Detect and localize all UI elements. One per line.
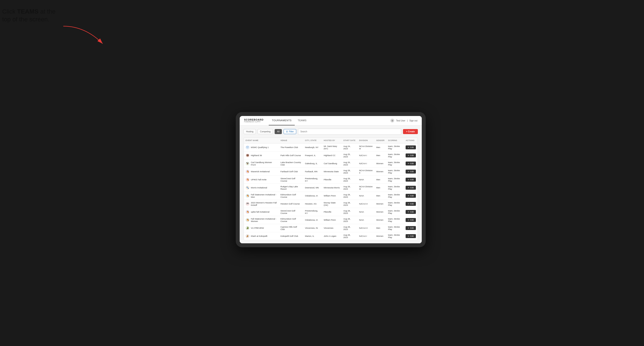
edit-button[interactable]: ✏ Edit xyxy=(406,194,416,198)
date-cell: Aug 28, 2023 xyxy=(342,183,357,192)
table-header-row: EVENT NAME VENUE CITY, STATE HOSTED BY S… xyxy=(244,138,418,144)
team-icon: 🐻 xyxy=(246,154,250,158)
scoring-cell: team, Stroke Play xyxy=(386,168,404,175)
division-cell: NJCAA I xyxy=(357,232,374,240)
hosted-by-cell: Minnesota State xyxy=(322,168,342,175)
team-icon: 🐴 xyxy=(246,210,250,214)
edit-button[interactable]: ✏ Edit xyxy=(406,202,416,206)
scoring-cell: team, Stroke Play xyxy=(386,232,404,240)
event-name-cell: 🐴 Maverick Invitational xyxy=(244,168,279,175)
date-cell: Aug 28, 2023 xyxy=(342,208,357,216)
user-name: Test User xyxy=(396,120,405,122)
edit-button[interactable]: ✏ Edit xyxy=(406,210,416,214)
nav-right: ⚙ Test User | Sign out xyxy=(390,119,418,123)
col-actions: ACTIONS xyxy=(404,138,418,144)
division-cell: NJCAA II xyxy=(357,224,374,232)
edit-button[interactable]: ✏ Edit xyxy=(406,162,416,166)
logo: SCOREBOARD Powered by Clippit xyxy=(244,118,264,123)
sign-out-link[interactable]: Sign out xyxy=(409,120,418,122)
event-name: Maverick Invitational xyxy=(251,170,270,173)
settings-icon[interactable]: ⚙ xyxy=(390,119,394,123)
gender-cell: Men xyxy=(374,192,386,200)
date-cell: Aug 28, 2023 xyxy=(342,216,357,224)
city-cell: Prestonsburg, KY xyxy=(303,175,322,183)
filter-icon: ☰ xyxy=(286,130,288,133)
table-row: 🐊 VU PREVIEW Cypress Hills Golf Club Vin… xyxy=(244,224,418,232)
scoring-cell: team, Stroke Play xyxy=(386,216,404,224)
actions-cell: ✏ Edit xyxy=(404,159,418,168)
nav-link-tournaments[interactable]: TOURNAMENTS xyxy=(269,116,294,126)
event-name-cell: 🐻 Highland 36 xyxy=(244,151,279,159)
gender-cell: Women xyxy=(374,168,386,175)
table-row: 🦅 Carl Sandburg Women FA23 Lake Bracken … xyxy=(244,159,418,168)
col-gender: GENDER xyxy=(374,138,386,144)
event-name-cell: 🦅 Carl Sandburg Women FA23 xyxy=(244,159,279,168)
team-icon: 🐴 xyxy=(246,178,250,181)
event-name-cell: 🐴 UPIKE Fall Invite xyxy=(244,175,279,183)
event-name-cell: 🪘 Klash at Kokopelli xyxy=(244,232,279,240)
filter-btn[interactable]: ☰ Filter xyxy=(284,129,296,134)
date-cell: Aug 24, 2023 xyxy=(342,143,357,151)
division-cell: NCAA Division II xyxy=(357,168,374,175)
scoring-cell: team, Stroke Play xyxy=(386,183,404,192)
col-division: DIVISION xyxy=(357,138,374,144)
event-name: Morris Invitational xyxy=(251,186,267,189)
team-icon: 🦅 xyxy=(246,162,250,166)
event-name: Fall Statesmen Invitational - Men xyxy=(251,193,277,198)
event-name: upike fall invitational xyxy=(251,211,270,213)
city-cell: Newburgh, NY xyxy=(303,143,322,151)
edit-icon: ✏ xyxy=(408,187,410,189)
hosting-filter-btn[interactable]: Hosting xyxy=(244,129,256,134)
city-cell: Marion, IL xyxy=(303,232,322,240)
team-icon: 🐾 xyxy=(246,186,250,190)
edit-button[interactable]: ✏ Edit xyxy=(406,226,416,230)
division-cell: NJCAA II xyxy=(357,200,374,208)
gender-cell: Women xyxy=(374,216,386,224)
hosted-by-cell: Vincennes xyxy=(322,224,342,232)
division-cell: NCAA Division III xyxy=(357,143,374,151)
date-cell: Aug 28, 2023 xyxy=(342,168,357,175)
date-cell: Aug 25, 2023 xyxy=(342,151,357,159)
edit-button[interactable]: ✏ Edit xyxy=(406,178,416,181)
division-cell: NAIA xyxy=(357,208,374,216)
col-scoring: SCORING xyxy=(386,138,404,144)
venue-cell: Kokopelli Golf Club xyxy=(279,232,303,240)
venue-cell: Lake Bracken Country Club xyxy=(279,159,303,168)
city-cell: Galesburg, IL xyxy=(303,159,322,168)
event-name: Highland 36 xyxy=(251,154,262,157)
table-row: 🪘 Klash at Kokopelli Kokopelli Golf Club… xyxy=(244,232,418,240)
competing-filter-btn[interactable]: Competing xyxy=(258,129,273,134)
team-icon: 🐴 xyxy=(246,170,250,173)
all-filter-btn[interactable]: All xyxy=(275,129,282,134)
edit-icon: ✏ xyxy=(408,235,410,237)
toolbar: Hosting Competing All ☰ Filter + Create xyxy=(244,129,418,135)
col-start-date: START DATE xyxy=(342,138,357,144)
edit-button[interactable]: ✏ Edit xyxy=(406,170,416,173)
create-button[interactable]: + Create xyxy=(403,129,418,134)
team-icon: 🪘 xyxy=(246,234,250,238)
city-cell: Vincennes, IN xyxy=(303,224,322,232)
edit-button[interactable]: ✏ Edit xyxy=(406,186,416,190)
search-input[interactable] xyxy=(298,129,402,135)
edit-button[interactable]: ✏ Edit xyxy=(406,154,416,158)
table-row: 🏁 2023 Women's Hesston Fall Kickoff Hess… xyxy=(244,200,418,208)
hosted-by-cell: Murray State (OK) xyxy=(322,200,342,208)
venue-cell: Ruttger's Bay Lake Resort xyxy=(279,183,303,192)
date-cell: Aug 28, 2023 xyxy=(342,232,357,240)
scoring-cell: team, Stroke Play xyxy=(386,224,404,232)
table-row: 🛡 MSMC Qualifying 1 The Powelton Club Ne… xyxy=(244,143,418,151)
event-name: MSMC Qualifying 1 xyxy=(251,146,269,149)
team-icon: 🐊 xyxy=(246,226,250,230)
nav-link-teams[interactable]: TEAMS xyxy=(295,116,310,126)
hosted-by-cell: Mt. Saint Mary (NY) xyxy=(322,143,342,151)
division-cell: NJCAA I xyxy=(357,151,374,159)
venue-cell: Edmundson Golf Course xyxy=(279,192,303,200)
edit-button[interactable]: ✏ Edit xyxy=(406,218,416,222)
date-cell: Aug 28, 2023 xyxy=(342,224,357,232)
event-name: Fall Statesmen Invitational - Women xyxy=(251,218,277,222)
event-name: VU PREVIEW xyxy=(251,227,264,229)
scoring-cell: team, Stroke Play xyxy=(386,200,404,208)
team-icon: 🏁 xyxy=(246,202,250,206)
edit-button[interactable]: ✏ Edit xyxy=(406,146,416,149)
edit-button[interactable]: ✏ Edit xyxy=(406,234,416,238)
